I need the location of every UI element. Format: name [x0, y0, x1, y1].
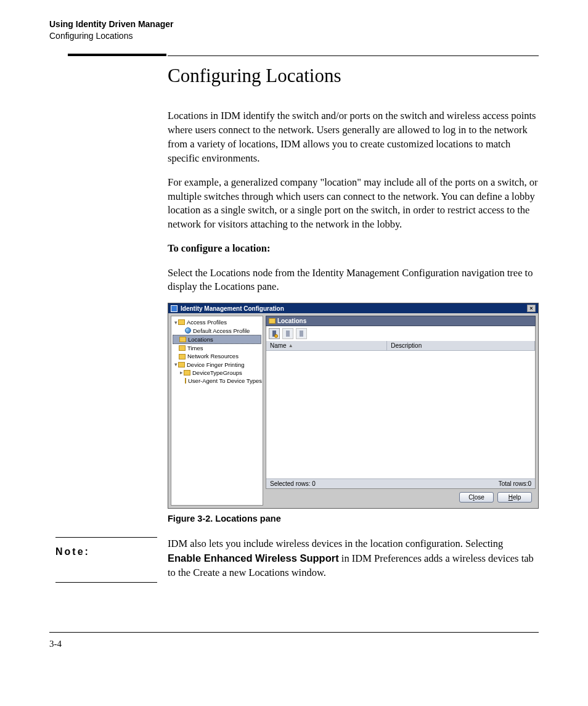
tree-node-network-resources[interactable]: Network Resources — [173, 352, 261, 360]
help-button[interactable]: Help — [497, 492, 532, 503]
globe-icon — [185, 327, 191, 334]
tree-node-default-access-profile[interactable]: Default Access Profile — [173, 327, 261, 335]
step-heading: To configure a location: — [168, 242, 270, 254]
app-window: Identity Management Configuration × ▾Acc… — [168, 303, 539, 509]
tree-node-times[interactable]: Times — [173, 344, 261, 352]
figure-caption: Figure 3-2. Locations pane — [168, 514, 539, 523]
body-paragraph: Select the Locations node from the Ident… — [168, 266, 539, 295]
navigation-tree[interactable]: ▾Access Profiles Default Access Profile … — [171, 316, 263, 506]
column-header-description[interactable]: Description — [387, 341, 535, 351]
window-titlebar: Identity Management Configuration × — [168, 303, 538, 313]
tree-node-device-type-groups[interactable]: ▸DeviceTypeGroups — [173, 369, 261, 377]
folder-icon — [185, 378, 186, 384]
sort-asc-icon: ▲ — [288, 343, 293, 348]
status-bar: Selected rows: 0 Total rows:0 — [266, 478, 535, 488]
column-header-name[interactable]: Name ▲ — [266, 341, 387, 351]
selected-rows-label: Selected rows: 0 — [270, 480, 316, 487]
pane-title-text: Locations — [277, 318, 306, 324]
folder-icon — [179, 354, 186, 359]
tree-node-user-agent-device-types[interactable]: User-Agent To Device Types — [173, 377, 261, 385]
folder-icon — [269, 318, 276, 324]
folder-icon — [179, 337, 186, 342]
close-button[interactable]: Close — [459, 492, 494, 503]
horizontal-rule-accent — [68, 54, 166, 56]
body-paragraph: To configure a location: — [168, 242, 539, 256]
footer-rule — [49, 632, 539, 633]
note-rule-bottom — [55, 582, 157, 583]
note-bold-term: Enable Enhanced Wireless Support — [168, 552, 339, 564]
horizontal-rule — [168, 55, 539, 56]
toolbar — [266, 326, 536, 341]
body-paragraph: For example, a generalized company "loca… — [168, 176, 539, 232]
table-body-empty — [266, 351, 535, 478]
note-rule-top — [55, 537, 157, 538]
note-block: Note: IDM also lets you include wireless… — [49, 537, 539, 588]
content-panel: Locations Name ▲ Description — [266, 316, 536, 506]
page-title: Configuring Locations — [168, 65, 539, 87]
table-header: Name ▲ Description — [266, 341, 535, 351]
folder-icon — [178, 319, 185, 325]
section-title: Configuring Locations — [49, 30, 539, 42]
note-label: Note: — [55, 546, 168, 557]
page-number: 3-4 — [49, 639, 539, 649]
delete-location-button[interactable] — [296, 328, 307, 339]
pane-header: Locations — [266, 316, 536, 326]
close-icon[interactable]: × — [527, 305, 536, 312]
body-paragraph: Locations in IDM identify the switch and… — [168, 109, 539, 165]
dialog-button-row: Close Help — [266, 489, 536, 506]
add-location-button[interactable] — [269, 328, 280, 339]
running-header: Using Identity Driven Manager Configurin… — [49, 18, 539, 42]
folder-icon — [179, 345, 186, 351]
window-icon — [171, 305, 178, 312]
tree-node-device-finger-printing[interactable]: ▾Device Finger Printing — [173, 361, 261, 369]
note-text: IDM also lets you include wireless devic… — [168, 537, 539, 580]
folder-icon — [184, 370, 190, 376]
folder-icon — [178, 362, 185, 367]
tree-node-access-profiles[interactable]: ▾Access Profiles — [173, 318, 261, 326]
chapter-title: Using Identity Driven Manager — [49, 18, 539, 30]
total-rows-label: Total rows:0 — [499, 480, 531, 487]
window-title: Identity Management Configuration — [181, 305, 284, 312]
locations-table: Name ▲ Description Selected rows: 0 Tota… — [266, 341, 536, 489]
edit-location-button[interactable] — [282, 328, 293, 339]
tree-node-locations[interactable]: Locations — [173, 335, 261, 344]
